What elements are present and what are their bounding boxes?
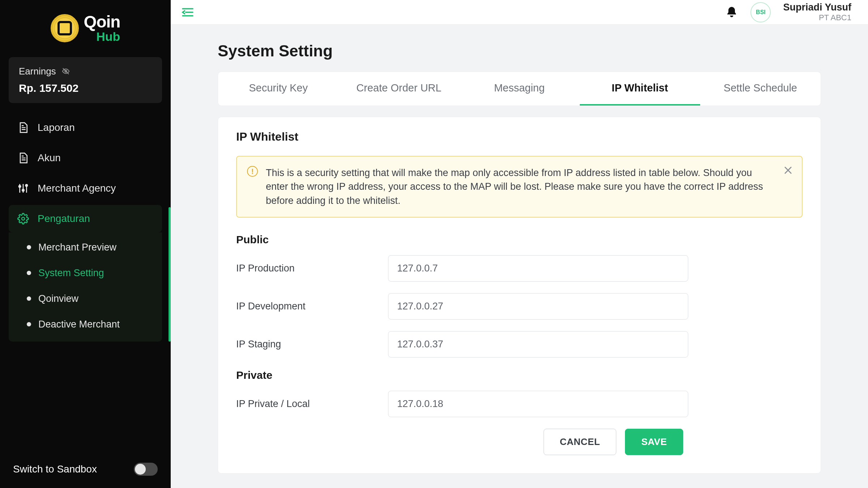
user-org: PT ABC1 [783,13,851,22]
eye-off-icon[interactable] [61,67,71,75]
field-label: IP Private / Local [236,398,388,410]
document-icon [17,152,29,164]
bullet-icon [27,296,31,301]
page-title: System Setting [218,42,821,60]
sandbox-toggle[interactable] [134,463,158,476]
bell-icon[interactable] [725,5,738,20]
main: BSI Supriadi Yusuf PT ABC1 System Settin… [171,0,868,488]
section-private: Private [236,369,803,381]
avatar[interactable]: BSI [750,2,771,22]
sidebar-item-pengaturan[interactable]: Pengaturan [9,205,162,232]
svg-point-8 [22,217,25,220]
subnav-item-merchant-preview[interactable]: Merchant Preview [9,235,162,260]
sandbox-switch-label: Switch to Sandbox [13,463,97,475]
sidebar-footer: Switch to Sandbox [9,463,162,479]
panel-ip-whitelist: IP Whitelist ! This is a security settin… [218,117,821,474]
form-actions: CANCEL SAVE [236,429,803,455]
close-icon[interactable] [783,165,793,175]
field-ip-development: IP Development [236,293,803,320]
user-block: Supriadi Yusuf PT ABC1 [783,2,851,22]
brand-logo: Qoin Hub [9,13,162,43]
ip-staging-input[interactable] [388,331,688,358]
tab-settle-schedule[interactable]: Settle Schedule [700,72,821,106]
sidebar-item-label: Akun [38,152,61,164]
tab-security-key[interactable]: Security Key [218,72,339,106]
field-ip-production: IP Production [236,255,803,282]
panel-title: IP Whitelist [236,130,803,144]
bullet-icon [27,322,31,326]
sliders-icon [17,183,29,194]
earnings-value: Rp. 157.502 [19,82,152,94]
user-name: Supriadi Yusuf [783,2,851,13]
svg-point-7 [26,184,27,186]
sidebar-item-merchant-agency[interactable]: Merchant Agency [9,175,162,202]
ip-private-input[interactable] [388,391,688,417]
sidebar-item-label: Pengaturan [38,213,90,224]
tab-create-order-url[interactable]: Create Order URL [339,72,459,106]
svg-point-5 [19,185,21,187]
tabs: Security Key Create Order URL Messaging … [218,72,821,106]
sidebar-item-label: Laporan [38,122,75,133]
brand-text-line1: Qoin [84,13,120,30]
subnav-item-label: Qoinview [38,293,78,304]
field-ip-staging: IP Staging [236,331,803,358]
alert-text: This is a security setting that will mak… [266,166,792,207]
content: System Setting Security Key Create Order… [171,25,868,488]
warning-alert: ! This is a security setting that will m… [236,156,803,218]
bullet-icon [27,271,31,275]
save-button[interactable]: SAVE [625,429,683,455]
brand-coin-icon [51,14,79,42]
subnav-item-label: Merchant Preview [38,242,116,253]
field-label: IP Development [236,301,388,312]
warning-icon: ! [247,166,258,177]
field-label: IP Production [236,263,388,274]
earnings-label: Earnings [19,66,56,77]
sidebar-nav: Laporan Akun Merchant Agency Pengaturan … [9,114,162,342]
avatar-text: BSI [756,9,766,16]
section-public: Public [236,234,803,246]
brand-text-line2: Hub [84,30,120,43]
toggle-knob [135,464,146,475]
ip-development-input[interactable] [388,293,688,320]
document-icon [17,122,29,133]
sidebar: Qoin Hub Earnings Rp. 157.502 Laporan [0,0,171,488]
sidebar-item-label: Merchant Agency [38,183,116,194]
topbar: BSI Supriadi Yusuf PT ABC1 [171,0,868,25]
bullet-icon [27,245,31,249]
tab-ip-whitelist[interactable]: IP Whitelist [580,72,700,106]
collapse-sidebar-icon[interactable] [182,7,194,17]
ip-production-input[interactable] [388,255,688,282]
earnings-card: Earnings Rp. 157.502 [9,57,162,103]
subnav-item-label: Deactive Merchant [38,319,120,330]
sidebar-item-laporan[interactable]: Laporan [9,114,162,141]
sidebar-item-akun[interactable]: Akun [9,144,162,172]
tab-messaging[interactable]: Messaging [459,72,579,106]
sidebar-subnav-pengaturan: Merchant Preview System Setting Qoinview… [9,232,162,342]
subnav-item-label: System Setting [38,267,104,279]
cancel-button[interactable]: CANCEL [544,429,616,455]
subnav-item-system-setting[interactable]: System Setting [9,260,162,286]
field-label: IP Staging [236,339,388,350]
subnav-item-qoinview[interactable]: Qoinview [9,286,162,312]
field-ip-private: IP Private / Local [236,391,803,417]
svg-point-6 [22,189,24,191]
subnav-item-deactive-merchant[interactable]: Deactive Merchant [9,312,162,337]
gear-icon [17,213,29,224]
